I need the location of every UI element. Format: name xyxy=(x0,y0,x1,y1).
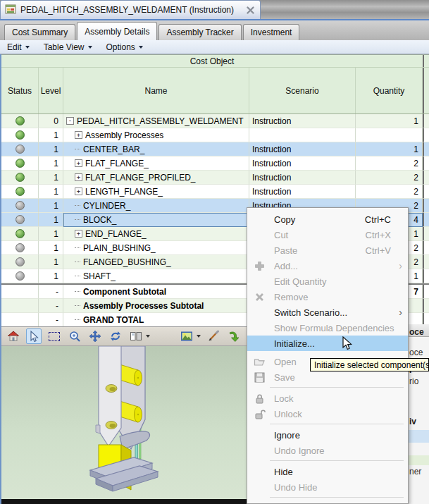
extra-column-sliver xyxy=(423,55,429,67)
name-cell[interactable]: +END_FLANGE_ xyxy=(63,227,249,241)
render-mode-icon xyxy=(179,328,194,344)
tree-collapse-icon[interactable]: - xyxy=(66,117,74,125)
name-cell[interactable]: GRAND TOTAL xyxy=(63,313,249,327)
component-name: Assembly Processes xyxy=(85,130,163,140)
name-cell[interactable]: -PEDAL_HITCH_ASSEMBLY_WELDAMENT xyxy=(63,114,249,128)
table-row[interactable]: 1+Assembly Processes xyxy=(1,128,429,142)
name-cell[interactable]: +FLAT_FLANGE_ xyxy=(63,156,249,171)
status-cell xyxy=(1,299,39,313)
right-panel-selected-row xyxy=(409,430,429,443)
status-green-icon xyxy=(15,187,25,196)
tab-assembly-details[interactable]: Assembly Details xyxy=(77,22,157,40)
component-name: END_FLANGE_ xyxy=(85,229,147,239)
tree-expand-icon[interactable]: + xyxy=(75,230,82,238)
table-row[interactable]: 1+FLAT_FLANGE_Instruction2 xyxy=(1,156,429,171)
name-cell[interactable]: Assembly Processes Subtotal xyxy=(63,299,249,313)
name-cell[interactable]: +FLAT_FLANGE_PROFILED_ xyxy=(63,171,249,185)
menubar-options[interactable]: Options xyxy=(106,42,143,52)
submenu-arrow-icon: › xyxy=(399,261,402,271)
menu-item-label: Undo Ignore xyxy=(274,445,325,456)
menubar-table-view[interactable]: Table View xyxy=(44,42,92,52)
component-name: FLAT_FLANGE_PROFILED_ xyxy=(85,173,196,183)
status-gray-icon xyxy=(15,271,25,281)
name-cell[interactable]: Component Subtotal xyxy=(63,285,249,299)
document-icon xyxy=(5,4,16,17)
table-row[interactable]: 1CENTER_BAR_Instruction1 xyxy=(1,142,429,156)
menu-item-switch-scenario[interactable]: Switch Scenario...› xyxy=(247,305,408,320)
menu-item-save: Save xyxy=(247,369,408,385)
select-cursor-icon[interactable] xyxy=(26,328,42,344)
quantity-cell: 2 xyxy=(356,156,423,171)
table-row[interactable]: 1+FLAT_FLANGE_PROFILED_Instruction2 xyxy=(1,171,429,185)
document-tab-title: PEDAL_HITCH_ASSEMBLY_WELDAMENT (Instruct… xyxy=(20,5,234,15)
right-panel-clipped: oceocePrioivner xyxy=(409,324,429,504)
name-cell[interactable]: FLANGED_BUSHING_ xyxy=(63,255,249,269)
table-row[interactable]: 1+LENGTH_FLANGE_Instruction2 xyxy=(1,185,429,199)
split-view-dropdown[interactable] xyxy=(128,328,150,344)
menu-item-copy[interactable]: CopyCtrl+C xyxy=(247,211,408,227)
quantity-cell xyxy=(356,128,423,142)
scenario-cell: Instruction xyxy=(249,171,356,185)
menu-item-label: Save xyxy=(274,372,295,383)
component-name: BLOCK_ xyxy=(83,215,116,225)
name-cell[interactable]: CYLINDER_ xyxy=(63,199,249,213)
extra-column-sliver xyxy=(423,285,429,299)
table-row[interactable]: 0-PEDAL_HITCH_ASSEMBLY_WELDAMENTInstruct… xyxy=(1,114,429,128)
menu-item-label: Hide xyxy=(274,467,293,477)
level-cell: - xyxy=(39,313,63,327)
name-cell[interactable]: +Assembly Processes xyxy=(63,128,249,142)
menu-separator xyxy=(270,387,404,388)
status-gray-icon xyxy=(15,243,25,252)
status-cell xyxy=(1,241,39,255)
lock-icon xyxy=(253,392,266,405)
marquee-zoom-icon[interactable] xyxy=(46,328,62,344)
name-cell[interactable]: SHAFT_ xyxy=(63,269,249,283)
paint-brush-icon[interactable] xyxy=(206,328,221,344)
tree-expand-icon[interactable]: + xyxy=(75,131,82,139)
document-tab[interactable]: PEDAL_HITCH_ASSEMBLY_WELDAMENT (Instruct… xyxy=(0,0,261,19)
tree-connector-line xyxy=(75,276,80,276)
name-cell[interactable]: PLAIN_BUSHING_ xyxy=(63,241,249,255)
column-header-name[interactable]: Name xyxy=(63,68,249,113)
column-header-level[interactable]: Level xyxy=(39,68,63,113)
tree-expand-icon[interactable]: + xyxy=(75,173,82,181)
column-header-quantity[interactable]: Quantity xyxy=(356,68,423,113)
tree-expand-icon[interactable]: + xyxy=(75,188,82,195)
zoom-icon[interactable] xyxy=(67,328,82,344)
pan-icon[interactable] xyxy=(87,328,103,344)
menu-item-hide[interactable]: Hide xyxy=(247,464,408,479)
tab-investment[interactable]: Investment xyxy=(243,24,300,40)
clipped-panel-fragment: rio xyxy=(409,376,418,386)
name-cell[interactable]: BLOCK_ xyxy=(63,213,249,227)
column-header-status[interactable]: Status xyxy=(1,68,39,113)
tree-expand-icon[interactable]: + xyxy=(75,159,82,167)
tab-cost-summary[interactable]: Cost Summary xyxy=(4,24,75,40)
status-cell xyxy=(1,313,39,327)
menu-item-label: Lock xyxy=(274,393,293,404)
menu-shortcut: Ctrl+C xyxy=(365,214,391,225)
tab-assembly-tracker[interactable]: Assembly Tracker xyxy=(158,24,241,40)
column-header-scenario[interactable]: Scenario xyxy=(249,68,356,113)
level-cell: 1 xyxy=(39,255,63,269)
name-cell[interactable]: +LENGTH_FLANGE_ xyxy=(63,185,249,199)
tree-connector-line xyxy=(75,262,80,262)
menubar-edit[interactable]: Edit xyxy=(7,42,30,52)
quantity-cell: 1 xyxy=(356,114,423,128)
name-cell[interactable]: CENTER_BAR_ xyxy=(63,142,249,156)
menu-item-unlock: Unlock xyxy=(247,406,408,422)
render-mode-dropdown[interactable] xyxy=(179,328,201,344)
extra-column-sliver xyxy=(423,241,429,255)
menu-item-lock: Lock xyxy=(247,391,408,406)
menu-item-label: Ignore xyxy=(274,430,300,441)
menu-separator xyxy=(270,424,404,424)
close-icon[interactable] xyxy=(245,5,256,16)
refresh-icon[interactable] xyxy=(108,328,123,344)
component-name: Assembly Processes Subtotal xyxy=(83,301,204,311)
menu-item-initialize[interactable]: Initialize... xyxy=(247,336,408,351)
status-cell xyxy=(1,185,39,199)
menu-item-ignore[interactable]: Ignore xyxy=(247,427,408,443)
save-icon xyxy=(253,371,266,383)
home-icon[interactable] xyxy=(6,328,21,344)
extra-column-sliver xyxy=(423,269,429,283)
import-arrow-icon[interactable] xyxy=(226,328,242,344)
